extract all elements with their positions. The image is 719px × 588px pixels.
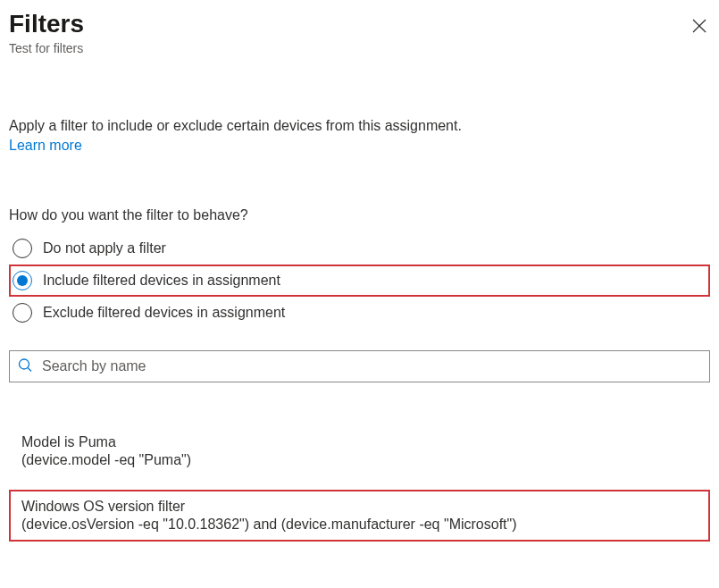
filter-name: Windows OS version filter: [21, 499, 698, 515]
radio-label-include: Include filtered devices in assignment: [43, 273, 280, 289]
radio-option-exclude[interactable]: Exclude filtered devices in assignment: [9, 297, 710, 329]
radio-option-include[interactable]: Include filtered devices in assignment: [9, 265, 710, 297]
search-icon: [18, 357, 32, 374]
page-title: Filters: [9, 9, 710, 39]
filter-item-windows-os[interactable]: Windows OS version filter (device.osVers…: [9, 490, 710, 542]
svg-line-3: [28, 367, 31, 371]
svg-point-2: [20, 359, 29, 369]
filter-rule: (device.osVersion -eq "10.0.18362") and …: [21, 517, 698, 533]
radio-inner-dot: [17, 275, 28, 286]
learn-more-link[interactable]: Learn more: [9, 138, 82, 154]
search-input[interactable]: [9, 350, 710, 382]
search-container: [9, 350, 710, 382]
radio-option-none[interactable]: Do not apply a filter: [9, 232, 710, 265]
radio-circle-exclude[interactable]: [13, 303, 32, 323]
page-subtitle: Test for filters: [9, 41, 710, 55]
radio-circle-include[interactable]: [13, 271, 32, 290]
radio-label-exclude: Exclude filtered devices in assignment: [43, 305, 285, 321]
radio-label-none: Do not apply a filter: [43, 240, 166, 256]
close-icon: [692, 19, 706, 33]
filter-item-puma[interactable]: Model is Puma (device.model -eq "Puma"): [9, 425, 710, 477]
close-button[interactable]: [689, 16, 710, 38]
radio-circle-none[interactable]: [13, 239, 32, 258]
filter-name: Model is Puma: [21, 434, 698, 450]
description-text: Apply a filter to include or exclude cer…: [9, 118, 710, 134]
panel-header: Filters Test for filters: [9, 9, 710, 55]
behavior-question: How do you want the filter to behave?: [9, 207, 710, 223]
filter-rule: (device.model -eq "Puma"): [21, 452, 698, 468]
filter-list: Model is Puma (device.model -eq "Puma") …: [9, 425, 710, 542]
